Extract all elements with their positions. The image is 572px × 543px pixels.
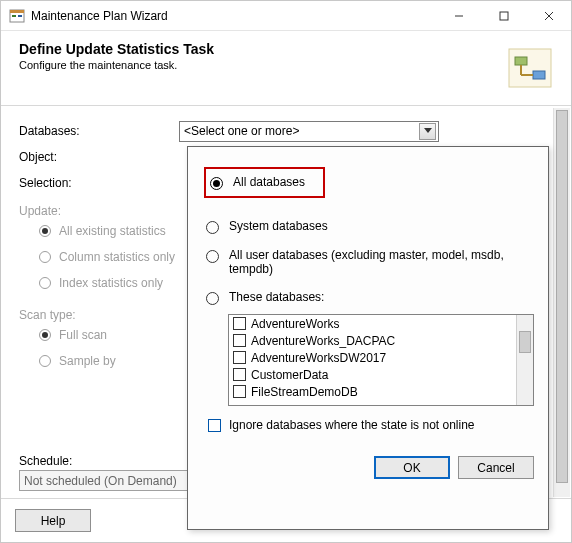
svg-marker-13 — [424, 128, 432, 133]
radio-label: All existing statistics — [59, 224, 166, 238]
header-illustration-icon — [503, 41, 557, 95]
databases-combo-value: <Select one or more> — [184, 124, 419, 138]
button-label: Help — [41, 514, 66, 528]
radio-label: Sample by — [59, 354, 116, 368]
help-button[interactable]: Help — [15, 509, 91, 532]
svg-rect-10 — [533, 71, 545, 79]
dropdown-arrow-icon[interactable] — [419, 123, 436, 140]
databases-label: Databases: — [19, 124, 179, 138]
radio-all-user-databases[interactable]: All user databases (excluding master, mo… — [204, 241, 534, 283]
list-item-label: CustomerData — [251, 368, 328, 382]
minimize-button[interactable] — [436, 1, 481, 31]
databases-combo[interactable]: <Select one or more> — [179, 121, 439, 142]
svg-rect-3 — [18, 15, 22, 17]
selection-label: Selection: — [19, 176, 179, 190]
button-label: Cancel — [477, 461, 514, 475]
object-label: Object: — [19, 150, 179, 164]
list-item-label: FileStreamDemoDB — [251, 385, 358, 399]
radio-label: All databases — [233, 175, 305, 189]
page-subtitle: Configure the maintenance task. — [19, 59, 214, 71]
radio-all-databases[interactable]: All databases — [210, 175, 305, 190]
list-item-label: AdventureWorks_DACPAC — [251, 334, 395, 348]
scrollbar-thumb[interactable] — [556, 110, 568, 483]
radio-icon — [39, 355, 51, 367]
list-item[interactable]: CustomerData — [229, 366, 516, 383]
cancel-button[interactable]: Cancel — [458, 456, 534, 479]
svg-rect-8 — [509, 49, 551, 87]
checkbox-label: Ignore databases where the state is not … — [229, 418, 475, 432]
radio-these-databases[interactable]: These databases: — [204, 283, 534, 312]
radio-label: Full scan — [59, 328, 107, 342]
list-item[interactable]: AdventureWorks — [229, 315, 516, 332]
radio-label: Index statistics only — [59, 276, 163, 290]
radio-icon — [206, 221, 219, 234]
svg-rect-1 — [10, 10, 24, 13]
close-button[interactable] — [526, 1, 571, 31]
checkbox-icon[interactable] — [233, 317, 246, 330]
radio-icon — [206, 250, 219, 263]
radio-label: Column statistics only — [59, 250, 175, 264]
window-title: Maintenance Plan Wizard — [31, 9, 436, 23]
page-scrollbar[interactable] — [553, 108, 570, 497]
listbox-scrollbar[interactable] — [516, 315, 533, 405]
page-title: Define Update Statistics Task — [19, 41, 214, 57]
svg-rect-2 — [12, 15, 16, 17]
schedule-value: Not scheduled (On Demand) — [24, 474, 177, 488]
list-item[interactable]: AdventureWorks_DACPAC — [229, 332, 516, 349]
radio-icon — [39, 277, 51, 289]
checkbox-icon[interactable] — [233, 334, 246, 347]
radio-label: System databases — [229, 219, 328, 233]
radio-icon — [39, 251, 51, 263]
databases-dropdown-panel: All databases System databases All user … — [187, 146, 549, 530]
list-item-label: AdventureWorks — [251, 317, 339, 331]
svg-rect-5 — [500, 12, 508, 20]
databases-listbox[interactable]: AdventureWorks AdventureWorks_DACPAC Adv… — [228, 314, 534, 406]
list-item[interactable]: FileStreamDemoDB — [229, 383, 516, 400]
checkbox-icon[interactable] — [233, 368, 246, 381]
checkbox-icon[interactable] — [233, 385, 246, 398]
radio-icon — [206, 292, 219, 305]
scrollbar-thumb[interactable] — [519, 331, 531, 353]
app-icon — [9, 8, 25, 24]
radio-system-databases[interactable]: System databases — [204, 212, 534, 241]
list-item[interactable]: AdventureWorksDW2017 — [229, 349, 516, 366]
radio-icon — [210, 177, 223, 190]
radio-label: All user databases (excluding master, mo… — [229, 248, 532, 276]
ignore-offline-checkbox[interactable]: Ignore databases where the state is not … — [204, 410, 534, 438]
button-label: OK — [403, 461, 420, 475]
svg-rect-9 — [515, 57, 527, 65]
list-item-label: AdventureWorksDW2017 — [251, 351, 386, 365]
selected-radio-highlight: All databases — [204, 167, 325, 198]
radio-label: These databases: — [229, 290, 324, 304]
checkbox-icon[interactable] — [208, 419, 221, 432]
maximize-button[interactable] — [481, 1, 526, 31]
checkbox-icon[interactable] — [233, 351, 246, 364]
radio-icon — [39, 329, 51, 341]
ok-button[interactable]: OK — [374, 456, 450, 479]
radio-icon — [39, 225, 51, 237]
